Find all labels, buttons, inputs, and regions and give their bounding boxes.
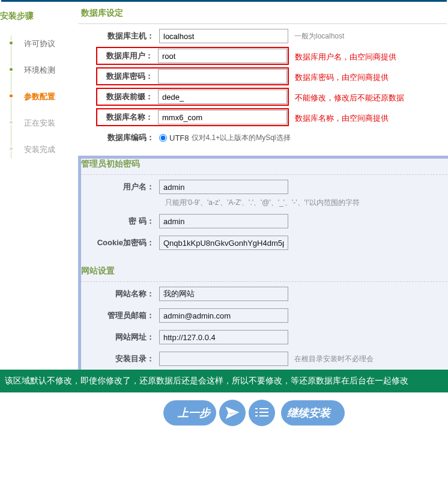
admin-pass-label: 密 码： [84,216,159,227]
db-pass-label: 数据库密码： [98,71,158,82]
site-url-input[interactable] [159,330,288,344]
svg-rect-0 [255,408,258,409]
svg-rect-2 [255,412,258,413]
admin-user-input[interactable] [159,180,288,194]
utf8-radio[interactable] [159,134,167,142]
utf8-text: UTF8 [169,133,189,142]
db-encoding-row: 数据库编码： UTF8 仅对4.1+以上版本的MySql选择 [78,129,448,147]
step-license: 许可协议 [0,31,78,57]
admin-section-title: 管理员初始密码 [78,156,447,175]
step-installing: 正在安装 [0,110,78,136]
site-name-row: 网站名称： [78,283,448,305]
continue-button[interactable]: 继续安装 [281,400,345,426]
db-pass-hint: 数据库密码，由空间商提供 [289,72,389,83]
admin-cookie-input[interactable] [159,236,288,250]
db-name-label: 数据库名称： [98,112,158,123]
site-url-row: 网站网址： [78,326,448,348]
svg-rect-4 [255,415,258,416]
dot-icon [8,40,14,46]
site-email-row: 管理员邮箱： [78,305,448,326]
steps-sidebar: 安装步骤 许可协议 环境检测 参数配置 正在安装 安装完成 [0,2,78,370]
dot-icon [8,146,14,151]
site-dir-row: 安装目录： 在根目录安装时不必理会 [78,348,448,370]
svg-rect-1 [259,408,268,409]
db-host-hint: 一般为localhost [288,31,344,41]
admin-cookie-row: Cookie加密码： [78,232,448,254]
db-prefix-hint: 不能修改，修改后不能还原数据 [289,93,404,103]
dot-icon [8,93,14,99]
db-name-hint: 数据库名称，由空间商提供 [289,113,389,124]
db-prefix-box: 数据表前缀： [96,88,289,106]
dot-icon [8,120,14,125]
admin-cookie-label: Cookie加密码： [84,237,159,248]
site-url-label: 网站网址： [84,332,159,343]
svg-rect-3 [259,412,268,413]
db-user-input[interactable] [158,49,287,63]
svg-rect-5 [259,415,268,416]
encoding-hint: 仅对4.1+以上版本的MySql选择 [192,133,291,143]
sidebar-title: 安装步骤 [0,8,78,31]
db-user-box: 数据库用户： [96,47,289,65]
prev-button[interactable]: 上一步 [163,400,216,426]
admin-user-hint: 只能用'0-9'、'a-z'、'A-Z'、'.'、'@'、'_'、'-'、'!'… [165,198,448,210]
db-host-label: 数据库主机： [84,31,159,41]
step-config: 参数配置 [0,84,78,110]
db-name-box: 数据库名称： [96,108,289,126]
site-section-title: 网站设置 [78,263,447,282]
db-pass-input[interactable] [158,69,287,84]
db-pass-box: 数据库密码： [96,67,289,85]
step-done: 安装完成 [0,136,78,163]
admin-user-label: 用户名： [84,182,159,192]
site-dir-hint: 在根目录安装时不必理会 [288,354,374,364]
db-prefix-label: 数据表前缀： [98,91,158,102]
main-content: 数据库设定 数据库主机： 一般为localhost 数据库用户： 数据库用户名，… [78,2,448,370]
db-host-input[interactable] [159,29,288,43]
paper-plane-icon [219,400,246,426]
site-email-input[interactable] [159,308,288,323]
db-user-hint: 数据库用户名，由空间商提供 [289,52,396,63]
db-prefix-input[interactable] [158,90,287,104]
admin-pass-input[interactable] [159,214,288,228]
db-section-title: 数据库设定 [78,5,447,24]
db-name-input[interactable] [158,110,287,124]
site-email-label: 管理员邮箱： [84,310,159,321]
site-dir-label: 安装目录： [84,353,159,364]
site-dir-input[interactable] [159,352,288,366]
list-check-icon [249,400,275,426]
dot-icon [8,67,14,72]
site-name-input[interactable] [159,287,288,301]
site-name-label: 网站名称： [84,288,159,299]
step-env: 环境检测 [0,57,78,84]
db-user-label: 数据库用户： [98,50,158,61]
db-encoding-label: 数据库编码： [84,132,159,143]
db-host-row: 数据库主机： 一般为localhost [78,25,448,47]
admin-pass-row: 密 码： [78,210,448,232]
admin-user-row: 用户名： [78,176,448,198]
